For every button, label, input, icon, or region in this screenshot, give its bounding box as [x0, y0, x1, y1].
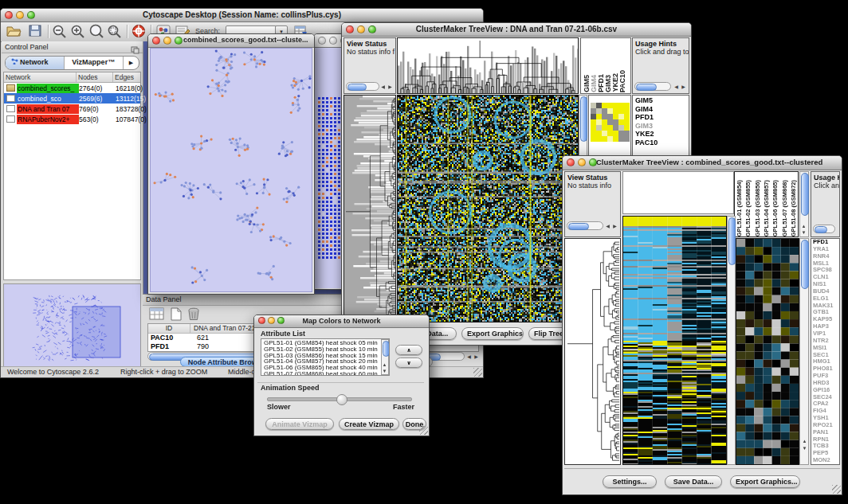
usage-hints-hscrollbar[interactable] [634, 82, 671, 91]
scroll-up-icon[interactable]: ▲ [381, 361, 388, 368]
scroll-left-icon[interactable]: ◀ [379, 84, 387, 90]
new-attribute-icon[interactable] [170, 307, 183, 324]
column-label[interactable]: GPL51-03 (GSM856) [754, 180, 761, 236]
animation-speed-slider[interactable] [267, 397, 412, 401]
zoom-out-icon[interactable] [52, 24, 69, 40]
minimize-icon[interactable] [329, 37, 337, 45]
close-icon[interactable] [567, 158, 575, 166]
resize-grip[interactable] [473, 368, 482, 377]
dialog-titlebar[interactable]: Map Colors to Network [254, 315, 429, 328]
delete-attribute-icon[interactable] [187, 307, 200, 324]
network-titlebar[interactable]: combined_scores_good.txt--cluste... [148, 34, 314, 48]
column-label[interactable]: GPL51-08 (GSM872) [790, 180, 797, 236]
column-label[interactable]: GIM4 [590, 75, 597, 92]
scroll-right-icon[interactable]: ▶ [387, 84, 394, 90]
select-attributes-icon[interactable] [149, 307, 165, 324]
minimize-icon[interactable] [578, 158, 586, 166]
cell-value[interactable]: 790 [192, 342, 209, 351]
resize-grip[interactable] [832, 485, 841, 494]
tabs-overflow-arrow[interactable]: ▶ [124, 57, 139, 69]
scroll-down-icon[interactable]: ▼ [801, 445, 808, 451]
gene-label[interactable]: PAC10 [635, 139, 689, 147]
heatmap-zoom-view[interactable] [736, 238, 799, 465]
network-canvas[interactable] [150, 48, 312, 292]
zoom-in-icon[interactable] [70, 24, 88, 40]
heatmap-vscrollbar[interactable] [727, 216, 736, 465]
network-view-window[interactable]: combined_scores_good.txt--cluste... [147, 33, 315, 295]
gene-label[interactable]: PFD1 [635, 113, 689, 122]
cell-id[interactable]: PFD1 [148, 342, 192, 351]
main-titlebar[interactable]: Cytoscape Desktop (Session Name: collins… [1, 9, 483, 22]
treeview-window-combined[interactable]: ClusterMaker TreeView : combined_scores_… [562, 155, 842, 495]
attribute-item[interactable]: GPL51-07 (GSM868) heat shock 60 min [264, 371, 379, 376]
scroll-down-icon[interactable]: ▼ [800, 229, 807, 236]
gene-label[interactable]: GIM5 [635, 96, 689, 105]
scroll-right-icon[interactable]: ▶ [680, 84, 687, 90]
column-label[interactable]: GPL51-06 (GSM865) [771, 180, 779, 236]
settings-button[interactable]: Settings... [603, 475, 657, 488]
column-label[interactable]: YKE2 [611, 73, 618, 92]
scroll-left-icon[interactable]: ◀ [465, 354, 473, 360]
zoom-selected-icon[interactable] [88, 24, 106, 40]
close-icon[interactable] [152, 37, 160, 45]
open-file-icon[interactable] [6, 24, 23, 40]
resize-grip[interactable] [419, 426, 428, 435]
column-label[interactable]: GPL51-07 (GSM868) [781, 180, 788, 236]
move-up-button[interactable]: ∧ [395, 345, 422, 355]
zoom-fit-icon[interactable] [107, 24, 124, 40]
column-label[interactable]: GIM3 [604, 75, 611, 92]
gene-label[interactable]: YKE2 [635, 130, 689, 139]
row-dendrogram[interactable] [564, 238, 621, 465]
heatmap-global-view[interactable] [397, 95, 579, 322]
export-graphics-button[interactable]: Export Graphics... [461, 327, 524, 340]
column-label[interactable]: GPL51-04 (GSM857) [763, 180, 770, 236]
scroll-left-icon[interactable]: ◀ [604, 223, 611, 229]
animate-vizmap-button[interactable]: Animate Vizmap [265, 418, 334, 430]
cell-value[interactable]: 621 [192, 334, 209, 342]
scroll-down-icon[interactable]: ▼ [381, 368, 388, 374]
usage-hints-hscrollbar[interactable] [813, 225, 835, 233]
network-row[interactable]: combined_scores_ 2764(0) 16218(0) [4, 83, 140, 93]
minimize-icon[interactable] [163, 37, 171, 45]
treeview2-titlebar[interactable]: ClusterMaker TreeView : combined_scores_… [563, 156, 842, 170]
slider-thumb[interactable] [336, 394, 347, 405]
correlation-matrix[interactable] [591, 97, 630, 136]
cell-id[interactable]: PAC10 [148, 334, 192, 342]
save-data-button[interactable]: Save Data... [665, 475, 722, 488]
labels-vscrollbar[interactable]: ▲ ▼ [799, 171, 809, 237]
column-label[interactable]: GPL51-02 (GSM855) [744, 180, 752, 236]
network-row[interactable]: combined_sco 2569(6) 13112(15) [4, 93, 140, 104]
scroll-left-icon[interactable]: ◀ [673, 84, 680, 90]
zoom-vscrollbar[interactable]: ▲ ▼ [799, 238, 809, 465]
tab-network[interactable]: Network [6, 57, 65, 69]
attribute-list-vscrollbar[interactable]: ▲ ▼ [381, 339, 389, 375]
map-colors-dialog[interactable]: Map Colors to Network Attribute List GPL… [253, 315, 430, 436]
network-row[interactable]: DNA and Tran 07 769(0) 183728(0) [4, 104, 140, 114]
scroll-up-icon[interactable]: ▲ [800, 223, 807, 229]
treeview1-titlebar[interactable]: ClusterMaker TreeView : DNA and Tran 07-… [342, 23, 691, 37]
close-icon[interactable] [318, 37, 326, 45]
zoom-window-icon[interactable] [175, 37, 183, 45]
export-graphics-button[interactable]: Export Graphics... [730, 475, 800, 488]
tab-vizmapper[interactable]: VizMapper™ [65, 57, 124, 69]
network-overview-panel[interactable] [3, 283, 141, 367]
row-dendrogram[interactable] [344, 95, 396, 322]
column-label[interactable]: GIM5 [583, 75, 590, 92]
attribute-list[interactable]: GPL51-01 (GSM854) heat shock 05 minGPL51… [261, 338, 390, 376]
scroll-right-icon[interactable]: ▶ [611, 223, 618, 229]
column-dendrogram[interactable] [397, 37, 579, 94]
help-lifering-icon[interactable] [131, 24, 148, 40]
heatmap-main[interactable] [622, 216, 727, 465]
scroll-right-icon[interactable]: ▶ [473, 354, 480, 360]
view-status-hscrollbar[interactable] [567, 221, 603, 230]
network-row[interactable]: RNAPuberNov2+ 563(0) 107847(0) [4, 114, 140, 124]
gene-label[interactable]: GIM3 [635, 122, 689, 131]
column-label[interactable]: PAC10 [618, 70, 626, 92]
save-icon[interactable] [28, 24, 45, 40]
column-id[interactable]: ID [148, 324, 190, 333]
create-vizmap-button[interactable]: Create Vizmap [339, 418, 399, 430]
column-label[interactable]: PFD1 [597, 74, 604, 92]
move-down-button[interactable]: ∨ [395, 357, 422, 368]
gene-label[interactable]: MON2 [813, 457, 839, 464]
gene-label[interactable]: GIM4 [635, 105, 689, 114]
